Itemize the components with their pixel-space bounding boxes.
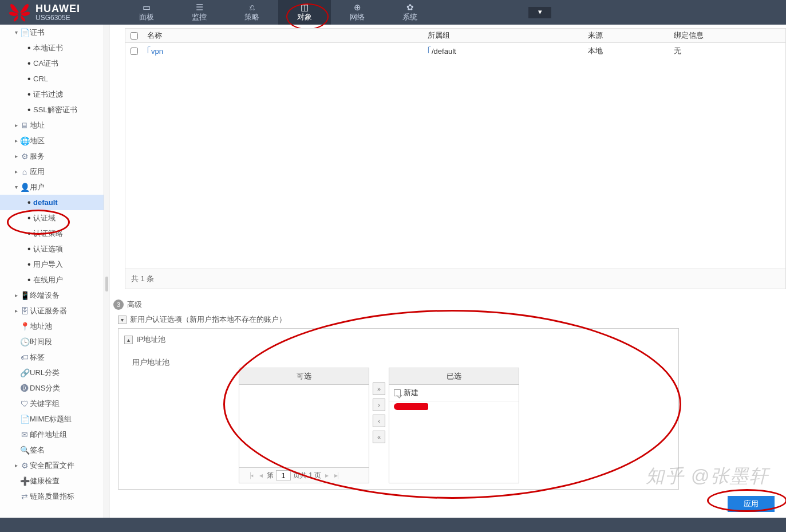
collapse-toggle-icon[interactable]: ▴ bbox=[124, 336, 133, 344]
available-head: 可选 bbox=[239, 368, 369, 385]
tree-toggle-icon[interactable]: ▸ bbox=[13, 122, 19, 128]
bullet-icon: • bbox=[27, 58, 33, 69]
user-table-body: ᥬvpn ᥬ/default 本地 无 bbox=[125, 43, 786, 269]
sidebar-item-label: 地址 bbox=[30, 120, 45, 131]
sidebar-item-label: 健康检查 bbox=[30, 476, 60, 486]
step3-badge: 3 bbox=[113, 300, 124, 310]
monitor-icon: ☰ bbox=[196, 2, 203, 12]
sidebar-item-10[interactable]: ▾👤用户 bbox=[0, 179, 104, 195]
available-body[interactable] bbox=[239, 385, 369, 467]
move-left-button[interactable]: ‹ bbox=[373, 415, 385, 427]
chosen-body[interactable]: 新建 bbox=[389, 385, 519, 467]
sidebar-icon: 🌐 bbox=[19, 136, 30, 145]
sidebar-item-12[interactable]: •认证域 bbox=[0, 210, 104, 226]
sidebar-item-label: 邮件地址组 bbox=[30, 429, 67, 440]
sidebar-icon: 📄 bbox=[19, 415, 30, 424]
sidebar-item-13[interactable]: •认证策略 bbox=[0, 226, 104, 241]
sidebar-item-label: 地区 bbox=[30, 136, 45, 146]
sidebar-item-11[interactable]: •default bbox=[0, 195, 104, 210]
collapse-toggle-icon[interactable]: ▾ bbox=[118, 316, 127, 324]
tree-toggle-icon[interactable]: ▸ bbox=[13, 168, 19, 175]
header-dropdown[interactable]: ▾ bbox=[528, 7, 551, 18]
sidebar-item-16[interactable]: •在线用户 bbox=[0, 272, 104, 287]
sidebar-icon: 🗄 bbox=[19, 306, 30, 316]
move-all-right-button[interactable]: » bbox=[373, 383, 385, 395]
tree-toggle-icon[interactable]: ▸ bbox=[13, 137, 19, 144]
sidebar-item-26[interactable]: ✉邮件地址组 bbox=[0, 427, 104, 442]
sidebar-icon: 🅓 bbox=[19, 384, 30, 393]
sidebar-item-label: 证书 bbox=[30, 27, 45, 38]
pager-page-input[interactable] bbox=[276, 470, 291, 480]
table-footer: 共 1 条 bbox=[125, 269, 786, 289]
ip-pool-header-row[interactable]: ▴ IP地址池 bbox=[124, 334, 673, 345]
sidebar-item-19[interactable]: 📍地址池 bbox=[0, 318, 104, 334]
sidebar-item-23[interactable]: 🅓DNS分类 bbox=[0, 380, 104, 396]
sidebar-item-5[interactable]: •SSL解密证书 bbox=[0, 102, 104, 117]
nav-tab-dashboard[interactable]: ▭面板 bbox=[120, 0, 173, 25]
sidebar-item-6[interactable]: ▸🖥地址 bbox=[0, 117, 104, 133]
tree-toggle-icon[interactable]: ▸ bbox=[13, 292, 19, 298]
sidebar-icon: 🏷 bbox=[19, 353, 30, 362]
sidebar-item-21[interactable]: 🏷标签 bbox=[0, 349, 104, 365]
select-all-checkbox[interactable] bbox=[131, 32, 138, 40]
main-nav: ▭面板☰监控⎌策略◫对象⊕网络✿系统 bbox=[120, 0, 436, 25]
pager-next-icon[interactable]: ▸ bbox=[323, 471, 330, 479]
th-source[interactable]: 来源 bbox=[583, 30, 669, 41]
sidebar-item-24[interactable]: 🛡关键字组 bbox=[0, 396, 104, 411]
sidebar-item-17[interactable]: ▸📱终端设备 bbox=[0, 287, 104, 303]
sidebar-item-label: 用户 bbox=[30, 182, 45, 192]
sidebar-item-3[interactable]: •CRL bbox=[0, 71, 104, 86]
th-bind[interactable]: 绑定信息 bbox=[669, 30, 785, 41]
nav-tab-network[interactable]: ⊕网络 bbox=[331, 0, 384, 25]
sidebar-item-22[interactable]: 🔗URL分类 bbox=[0, 365, 104, 380]
tree-toggle-icon[interactable]: ▾ bbox=[13, 29, 19, 36]
policy-icon: ⎌ bbox=[250, 2, 255, 12]
tree-toggle-icon[interactable]: ▸ bbox=[13, 153, 19, 159]
nav-tab-system[interactable]: ✿系统 bbox=[384, 0, 436, 25]
pager-prev-icon[interactable]: ◂ bbox=[258, 471, 264, 479]
new-user-option-row[interactable]: ▾ 新用户认证选项（新用户指本地不存在的账户） bbox=[118, 314, 786, 325]
nav-tab-policy[interactable]: ⎌策略 bbox=[226, 0, 278, 25]
sidebar-item-18[interactable]: ▸🗄认证服务器 bbox=[0, 303, 104, 318]
th-group[interactable]: 所属组 bbox=[423, 30, 583, 41]
sidebar-item-28[interactable]: ▸⚙安全配置文件 bbox=[0, 458, 104, 473]
pager-first-icon[interactable]: ⎹◂ bbox=[243, 471, 255, 479]
sidebar-item-15[interactable]: •用户导入 bbox=[0, 257, 104, 272]
bullet-icon: • bbox=[27, 228, 33, 239]
row-name[interactable]: vpn bbox=[151, 47, 163, 56]
tree-toggle-icon[interactable]: ▾ bbox=[13, 184, 19, 190]
sidebar-item-25[interactable]: 📄MIME标题组 bbox=[0, 411, 104, 427]
sidebar-item-8[interactable]: ▸⚙服务 bbox=[0, 148, 104, 164]
sidebar-item-9[interactable]: ▸⌂应用 bbox=[0, 164, 104, 179]
sidebar-item-7[interactable]: ▸🌐地区 bbox=[0, 133, 104, 148]
nav-tab-object[interactable]: ◫对象 bbox=[278, 0, 331, 25]
sidebar-item-4[interactable]: •证书过滤 bbox=[0, 86, 104, 102]
sidebar-item-2[interactable]: •CA证书 bbox=[0, 56, 104, 71]
huawei-logo-icon bbox=[6, 0, 33, 25]
chosen-list: 已选 新建 bbox=[389, 368, 519, 483]
th-name[interactable]: 名称 bbox=[143, 30, 423, 41]
table-row[interactable]: ᥬvpn ᥬ/default 本地 无 bbox=[125, 43, 785, 59]
ip-pool-box: ▴ IP地址池 用户地址池 可选 ⎹◂ ◂ 第 页共 1 页 ▸ ▸⎸ bbox=[118, 328, 679, 490]
move-all-left-button[interactable]: « bbox=[373, 431, 385, 443]
sidebar-item-27[interactable]: 🔍签名 bbox=[0, 442, 104, 458]
sidebar-resize-handle[interactable] bbox=[104, 25, 110, 518]
tree-toggle-icon[interactable]: ▸ bbox=[13, 308, 19, 314]
tree-toggle-icon[interactable]: ▸ bbox=[13, 462, 19, 468]
main-panel: 名称 所属组 来源 绑定信息 ᥬvpn ᥬ/default 本地 无 共 1 条… bbox=[110, 25, 786, 518]
chosen-item-redacted[interactable] bbox=[394, 403, 428, 410]
sidebar-item-0[interactable]: ▾📄证书 bbox=[0, 25, 104, 40]
sidebar-item-30[interactable]: ⇄链路质量指标 bbox=[0, 488, 104, 504]
apply-button[interactable]: 应用 bbox=[728, 496, 775, 512]
sidebar-icon: 🛡 bbox=[19, 399, 30, 408]
nav-tab-monitor[interactable]: ☰监控 bbox=[173, 0, 226, 25]
sidebar-item-29[interactable]: ➕健康检查 bbox=[0, 473, 104, 488]
brand-block: HUAWEI USG6305E bbox=[0, 0, 120, 25]
row-checkbox[interactable] bbox=[131, 48, 138, 55]
sidebar-item-20[interactable]: 🕓时间段 bbox=[0, 334, 104, 349]
new-pool-button[interactable]: 新建 bbox=[389, 385, 519, 401]
pager-last-icon[interactable]: ▸⎸ bbox=[333, 471, 346, 479]
sidebar-item-14[interactable]: •认证选项 bbox=[0, 241, 104, 257]
move-right-button[interactable]: › bbox=[373, 399, 385, 411]
sidebar-item-1[interactable]: •本地证书 bbox=[0, 40, 104, 56]
